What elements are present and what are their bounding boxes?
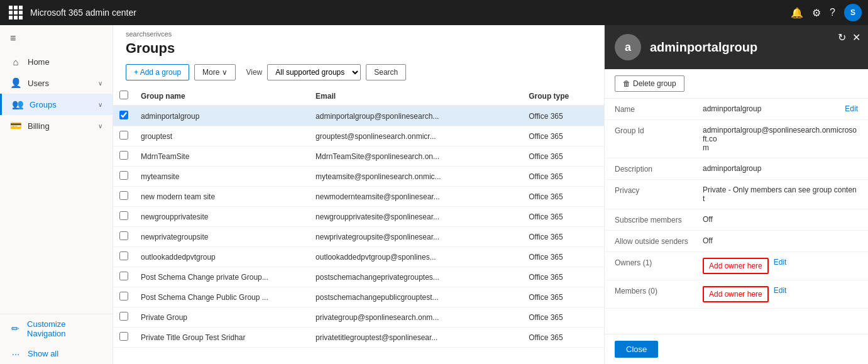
sidebar-item-billing[interactable]: 💳 Billing ∨ [0, 115, 113, 136]
more-button[interactable]: More ∨ [194, 64, 236, 80]
content-area: searchserivces Groups + Add a group More… [113, 25, 868, 364]
notification-icon[interactable]: 🔔 [791, 7, 803, 19]
help-icon[interactable]: ? [830, 7, 835, 18]
groups-icon: 👥 [12, 99, 23, 110]
detail-value-subscribe_members: Off [703, 215, 858, 224]
detail-actions: 🗑 Delete group [605, 69, 868, 99]
detail-panel: a adminportalgroup ↻ ✕ 🗑 Delete group Na… [604, 25, 868, 364]
row-checkbox[interactable] [119, 332, 128, 341]
detail-row-subscribe_members: Subscribe members Off [605, 209, 868, 231]
detail-group-name: adminportalgroup [650, 40, 858, 55]
sidebar-item-groups[interactable]: 👥 Groups ∨ [0, 94, 113, 115]
detail-label-members: Members (0) [615, 286, 703, 295]
sidebar-item-users-label: Users [28, 79, 49, 88]
breadcrumb: searchserivces [113, 25, 604, 38]
view-label: View [246, 68, 262, 77]
detail-label-group_id: Group Id [615, 126, 703, 135]
row-checkbox[interactable] [119, 312, 128, 321]
billing-icon: 💳 [10, 120, 21, 131]
sidebar-item-showall-label: Show all [28, 349, 58, 358]
settings-icon[interactable]: ⚙ [812, 7, 821, 19]
close-button[interactable]: Close [615, 341, 658, 358]
table-row[interactable]: new modern team site newmodernteamsite@s… [113, 187, 604, 207]
detail-row-privacy: Privacy Private - Only members can see g… [605, 180, 868, 209]
select-all-checkbox[interactable] [119, 91, 128, 99]
row-group-type: Office 365 [522, 106, 604, 126]
detail-label-description: Description [615, 164, 703, 174]
row-checkbox[interactable] [119, 231, 128, 240]
row-checkbox[interactable] [119, 191, 128, 200]
edit-link-name[interactable]: Edit [845, 104, 858, 113]
table-row[interactable]: Private Title Group Test Sridhar private… [113, 328, 604, 348]
trash-icon: 🗑 [623, 79, 630, 88]
row-group-name: Post Schema Change Public Group ... [135, 287, 309, 307]
toolbar: + Add a group More ∨ View All supported … [113, 64, 604, 87]
sidebar-item-users[interactable]: 👤 Users ∨ [0, 72, 113, 94]
detail-avatar: a [615, 34, 641, 60]
table-row[interactable]: Post Schema Change Public Group ... post… [113, 287, 604, 307]
table-row[interactable]: outlookaddedpvtgroup outlookaddedpvtgrou… [113, 247, 604, 267]
add-group-button[interactable]: + Add a group [126, 64, 189, 80]
sidebar-item-customize[interactable]: ✏ Customize Navigation [0, 314, 113, 343]
showall-icon: ··· [10, 348, 21, 359]
add-owner-box[interactable]: Add owner here [703, 286, 769, 302]
home-icon: ⌂ [10, 57, 21, 67]
row-checkbox[interactable] [119, 131, 128, 140]
row-group-type: Office 365 [522, 187, 604, 207]
detail-value-privacy: Private - Only members can see group con… [703, 185, 858, 203]
waffle-icon[interactable] [6, 3, 25, 22]
sidebar-item-home[interactable]: ⌂ Home [0, 52, 113, 72]
page-title: Groups [113, 38, 604, 64]
table-row[interactable]: MdrnTeamSite MdrnTeamSite@sponlinesearch… [113, 146, 604, 167]
row-email: newmodernteamsite@sponlinesear... [309, 187, 522, 207]
row-group-type: Office 365 [522, 126, 604, 146]
table-row[interactable]: grouptest grouptest@sponlinesearch.onmic… [113, 126, 604, 146]
refresh-button[interactable]: ↻ [838, 31, 846, 43]
delete-group-button[interactable]: 🗑 Delete group [615, 75, 684, 92]
detail-label-subscribe_members: Subscribe members [615, 215, 703, 224]
table-row[interactable]: Post Schema Change private Group... post… [113, 267, 604, 287]
sidebar: ≡ ⌂ Home 👤 Users ∨ 👥 Groups ∨ 💳 Billing … [0, 25, 113, 364]
table-row[interactable]: newprivategroupsite newprivategroupsite@… [113, 227, 604, 247]
sidebar-item-showall[interactable]: ··· Show all [0, 343, 113, 364]
edit-link-members[interactable]: Edit [774, 286, 787, 295]
table-row[interactable]: myteamsite myteamsite@sponlinesearch.onm… [113, 167, 604, 187]
topbar-icons: 🔔 ⚙ ? S [791, 4, 862, 21]
detail-body: Name adminportalgroup Edit Group Id admi… [605, 99, 868, 334]
row-group-name: grouptest [135, 126, 309, 146]
detail-row-allow_outside_senders: Allow outside senders Off [605, 231, 868, 252]
edit-link-owners[interactable]: Edit [774, 258, 787, 267]
table-row[interactable]: adminportalgroup adminportalgroup@sponli… [113, 106, 604, 126]
row-group-type: Office 365 [522, 207, 604, 227]
row-email: grouptest@sponlinesearch.onmicr... [309, 126, 522, 146]
row-checkbox[interactable] [119, 251, 128, 260]
sidebar-item-home-label: Home [28, 57, 50, 67]
sidebar-item-groups-label: Groups [30, 100, 57, 109]
add-owner-box[interactable]: Add owner here [703, 258, 769, 274]
hamburger-button[interactable]: ≡ [0, 25, 113, 52]
row-group-name: adminportalgroup [135, 106, 309, 126]
topbar: Microsoft 365 admin center 🔔 ⚙ ? S [0, 0, 868, 25]
row-email: MdrnTeamSite@sponlinesearch.on... [309, 146, 522, 167]
table-row[interactable]: newgroupprivatesite newgroupprivatesite@… [113, 207, 604, 227]
row-email: privatetitlegrouptest@sponlinesear... [309, 328, 522, 348]
row-checkbox[interactable] [119, 151, 128, 160]
app-title: Microsoft 365 admin center [30, 8, 791, 18]
row-checkbox[interactable] [119, 292, 128, 301]
row-checkbox[interactable] [119, 111, 128, 119]
row-checkbox[interactable] [119, 272, 128, 280]
sidebar-item-billing-label: Billing [28, 121, 50, 131]
search-button[interactable]: Search [366, 64, 406, 80]
row-group-name: Post Schema Change private Group... [135, 267, 309, 287]
col-email: Email [309, 87, 522, 106]
user-avatar[interactable]: S [844, 4, 862, 21]
view-select[interactable]: All supported groups [267, 64, 361, 80]
row-group-type: Office 365 [522, 146, 604, 167]
row-checkbox[interactable] [119, 171, 128, 180]
close-panel-button[interactable]: ✕ [852, 31, 860, 43]
detail-label-name: Name [615, 104, 703, 114]
row-group-name: Private Group [135, 307, 309, 328]
table-row[interactable]: Private Group privategroup@sponlinesearc… [113, 307, 604, 328]
row-group-type: Office 365 [522, 227, 604, 247]
row-checkbox[interactable] [119, 211, 128, 220]
